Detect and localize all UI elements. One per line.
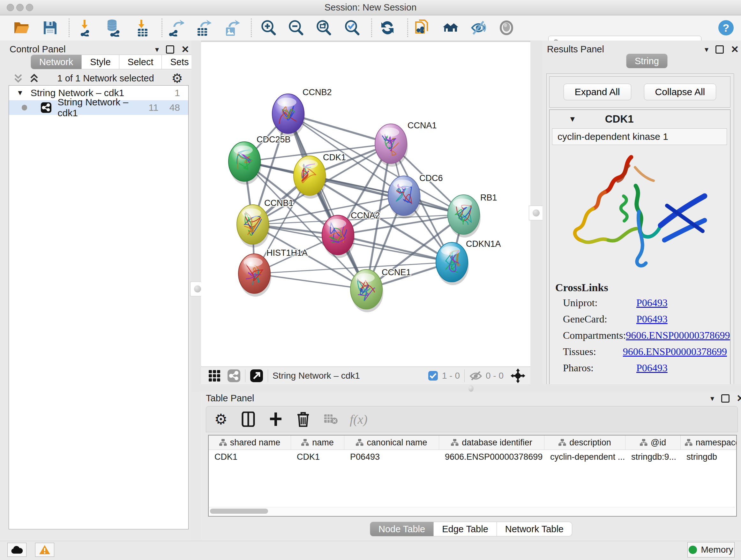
tab-string[interactable]: String: [626, 54, 668, 68]
column-header-description[interactable]: description: [544, 435, 625, 449]
network-canvas[interactable]: CCNB2CCNA1CDC25BCDK1CDC6RB1CCNB1CCNA2CDK…: [201, 42, 530, 367]
table-cell[interactable]: stringdb: [681, 450, 737, 464]
import-network-file-icon[interactable]: [77, 18, 96, 37]
network-node-CCNE1[interactable]: CCNE1: [350, 267, 411, 312]
column-header-name[interactable]: name: [291, 435, 344, 449]
hidden-eye-icon[interactable]: [469, 370, 482, 381]
tab-network[interactable]: Network: [30, 55, 82, 69]
table-cell[interactable]: CDK1: [209, 450, 291, 464]
apply-layout-icon[interactable]: [378, 18, 397, 37]
column-header-@id[interactable]: @id: [625, 435, 681, 449]
table-options-gear-icon[interactable]: ⚙: [212, 411, 229, 428]
delete-column-icon[interactable]: [295, 411, 312, 428]
network-node-CCNA1[interactable]: CCNA1: [375, 121, 437, 167]
pan-move-icon[interactable]: [511, 368, 525, 383]
delete-table-icon[interactable]: [322, 411, 339, 428]
network-node-CCNA2[interactable]: CCNA2: [322, 211, 380, 258]
crosslink-link[interactable]: 9606.ENSP00000378699: [626, 329, 730, 341]
collapse-all-button[interactable]: Collapse All: [644, 84, 717, 100]
column-header-database-identifier[interactable]: database identifier: [439, 435, 544, 449]
network-node-CDKN1A[interactable]: CDKN1A: [436, 239, 501, 285]
network-edge-CCNB2-CCNE1[interactable]: [288, 114, 366, 289]
node-table[interactable]: shared namenamecanonical namedatabase id…: [208, 435, 737, 516]
table-cell[interactable]: P06493: [344, 450, 439, 464]
zoom-selected-icon[interactable]: [343, 18, 361, 37]
expand-all-icon[interactable]: [28, 73, 40, 83]
function-builder-icon[interactable]: f(x): [350, 412, 367, 427]
column-header-namespace[interactable]: namespace: [681, 435, 737, 449]
table-cell[interactable]: cyclin-dependent ...: [544, 450, 625, 464]
export-table-icon[interactable]: [194, 18, 212, 37]
network-node-CDC6[interactable]: CDC6: [388, 173, 443, 219]
open-session-icon[interactable]: [13, 18, 31, 37]
results-panel-float-icon[interactable]: ▾: [704, 45, 709, 54]
zoom-fit-icon[interactable]: [314, 18, 333, 37]
network-node-RB1[interactable]: RB1: [448, 193, 497, 238]
crosslink-link[interactable]: P06493: [636, 297, 668, 309]
warnings-button[interactable]: [35, 543, 54, 557]
table-cell[interactable]: CDK1: [291, 450, 344, 464]
help-icon[interactable]: ?: [717, 18, 735, 37]
entry-expander-icon[interactable]: ▼: [569, 115, 576, 124]
table-panel-close-icon[interactable]: ✕: [737, 395, 741, 401]
network-view-dot-icon: [22, 105, 27, 111]
save-session-icon[interactable]: [41, 18, 59, 37]
tree-expander-icon[interactable]: ▼: [17, 89, 23, 97]
tab-network-table[interactable]: Network Table: [497, 522, 572, 537]
table-cell[interactable]: 9606.ENSP00000378699: [439, 450, 544, 464]
tab-style[interactable]: Style: [82, 55, 119, 69]
tab-edge-table[interactable]: Edge Table: [434, 522, 497, 537]
selected-checkbox-icon[interactable]: [428, 371, 438, 381]
grid-view-icon[interactable]: [208, 369, 221, 382]
network-node-CDK1[interactable]: CDK1: [293, 152, 346, 199]
zoom-out-icon[interactable]: [286, 18, 305, 37]
network-node-CCNB2[interactable]: CCNB2: [272, 87, 332, 137]
zoom-in-icon[interactable]: [259, 18, 278, 37]
tab-select[interactable]: Select: [119, 55, 162, 69]
crosslink-link[interactable]: P06493: [636, 362, 668, 374]
export-image-icon[interactable]: [222, 18, 241, 37]
column-header-shared-name[interactable]: shared name: [209, 435, 291, 449]
table-panel-float-icon[interactable]: ▾: [711, 394, 714, 403]
cloud-status-button[interactable]: [7, 543, 26, 557]
table-panel-maximize-icon[interactable]: [721, 394, 730, 402]
crosslink-link[interactable]: P06493: [636, 313, 668, 325]
table-header-row: shared namenamecanonical namedatabase id…: [209, 435, 736, 450]
crosslink-link[interactable]: 9606.ENSP00000378699: [623, 346, 727, 358]
table-cell[interactable]: stringdb:9...: [625, 450, 681, 464]
right-splitter: [530, 41, 543, 392]
horizontal-splitter-grip[interactable]: [468, 385, 474, 392]
column-header-canonical-name[interactable]: canonical name: [344, 435, 439, 449]
tab-node-table[interactable]: Node Table: [370, 522, 434, 537]
show-columns-icon[interactable]: [240, 411, 257, 428]
right-splitter-grip[interactable]: [529, 206, 543, 220]
node-result-header[interactable]: ▼ CDK1: [549, 110, 730, 128]
results-panel-close-icon[interactable]: ✕: [731, 46, 739, 53]
toolbar-separator: [407, 18, 408, 37]
string-results-container: Expand All Collapse All ▼ CDK1 cyclin-de…: [546, 73, 734, 406]
first-neighbors-icon[interactable]: [413, 18, 431, 37]
highlight-icon[interactable]: [497, 18, 516, 37]
show-hide-graphics-icon[interactable]: [469, 18, 488, 37]
network-options-gear-icon[interactable]: ⚙: [172, 71, 183, 85]
import-table-file-icon[interactable]: [133, 18, 152, 37]
network-row[interactable]: String Network – cdk1 11 48: [9, 100, 188, 115]
control-panel-close-icon[interactable]: ✕: [181, 46, 189, 53]
export-network-icon[interactable]: [166, 18, 185, 37]
memory-button[interactable]: Memory: [687, 542, 735, 557]
go-home-icon[interactable]: [441, 18, 460, 37]
create-column-icon[interactable]: [267, 411, 284, 428]
birds-eye-view-icon[interactable]: [227, 369, 241, 382]
expand-all-button[interactable]: Expand All: [563, 84, 631, 100]
scrollbar-thumb[interactable]: [210, 509, 268, 514]
table-row[interactable]: CDK1CDK1P064939606.ENSP00000378699cyclin…: [209, 450, 736, 464]
control-panel-maximize-icon[interactable]: [166, 45, 174, 54]
memory-label: Memory: [701, 545, 733, 555]
fit-selected-icon[interactable]: [250, 369, 263, 382]
node-label-CCNA1: CCNA1: [408, 121, 437, 130]
main-toolbar: ?: [0, 15, 741, 41]
collapse-all-icon[interactable]: [12, 73, 24, 83]
import-network-database-icon[interactable]: [104, 18, 123, 37]
results-panel-maximize-icon[interactable]: [716, 45, 724, 54]
control-panel-float-icon[interactable]: ▾: [155, 45, 159, 54]
